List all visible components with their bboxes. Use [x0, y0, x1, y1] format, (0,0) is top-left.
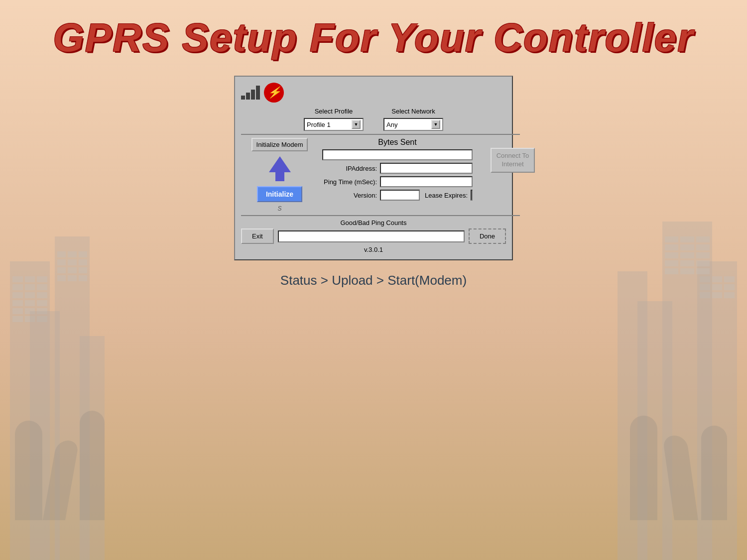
select-area: Select Profile Profile 1 ▼ Select Networ…: [241, 108, 506, 131]
lightning-badge: ⚡: [264, 83, 284, 103]
version-display: v.3.0.1: [241, 246, 506, 253]
signal-bar-2: [246, 93, 250, 100]
signal-bar-1: [241, 96, 245, 100]
initialize-modem-button[interactable]: Initialize Modem: [251, 138, 308, 151]
separator-1: [241, 134, 520, 135]
exit-button[interactable]: Exit: [241, 228, 274, 244]
ip-address-input[interactable]: [380, 163, 473, 174]
network-value: Any: [386, 121, 429, 128]
version-input[interactable]: [380, 190, 420, 201]
network-dropdown-arrow[interactable]: ▼: [431, 120, 440, 129]
signal-icon: [241, 86, 260, 100]
lease-expires-row: Version: Lease Expires:: [322, 190, 473, 201]
main-content: GPRS Setup For Your Controller ⚡ Select …: [0, 0, 747, 560]
signal-bar-4: [256, 86, 260, 100]
select-profile-label: Select Profile: [304, 108, 364, 115]
bytes-sent-label: Bytes Sent: [322, 138, 473, 147]
ip-address-label: IPAddress:: [322, 165, 377, 172]
ip-address-row: IPAddress:: [322, 163, 473, 174]
profile-dropdown-arrow[interactable]: ▼: [352, 120, 361, 129]
arrow-head: [269, 156, 291, 172]
lease-expires-label: Lease Expires:: [423, 192, 468, 199]
version-label: Version:: [322, 192, 377, 199]
network-select-group: Select Network Any ▼: [383, 108, 443, 131]
initialize-button[interactable]: Initialize: [257, 186, 302, 202]
center-column: Bytes Sent IPAddress: Ping Time (mSec): …: [322, 138, 473, 201]
separator-2: [241, 215, 520, 216]
s-label: S: [277, 205, 281, 212]
ping-time-row: Ping Time (mSec):: [322, 176, 473, 187]
select-network-label: Select Network: [383, 108, 443, 115]
profile-dropdown[interactable]: Profile 1 ▼: [304, 118, 364, 131]
status-text: Status > Upload > Start(Modem): [280, 273, 467, 288]
ping-count-input[interactable]: [278, 230, 465, 242]
done-button[interactable]: Done: [469, 228, 506, 244]
network-dropdown[interactable]: Any ▼: [383, 118, 443, 131]
arrow-shaft: [275, 172, 284, 181]
connect-to-internet-button[interactable]: Connect ToInternet: [491, 148, 535, 173]
right-column: Connect ToInternet: [477, 138, 549, 173]
signal-bar-3: [251, 90, 255, 100]
page-title: GPRS Setup For Your Controller: [53, 15, 694, 61]
good-bad-ping-label: Good/Bad Ping Counts: [241, 219, 506, 226]
arrow-up-icon: [269, 156, 291, 181]
profile-value: Profile 1: [307, 121, 350, 128]
bottom-row: Exit Done: [241, 228, 506, 244]
bytes-sent-input[interactable]: [322, 149, 473, 160]
lease-expires-input[interactable]: [471, 190, 473, 201]
main-grid: Initialize Modem Initialize S Bytes Sent…: [241, 138, 506, 212]
logo-row: ⚡: [241, 83, 506, 103]
ping-time-label: Ping Time (mSec):: [322, 178, 377, 186]
dialog-box: ⚡ Select Profile Profile 1 ▼ Select Netw…: [234, 76, 513, 260]
left-column: Initialize Modem Initialize S: [241, 138, 318, 212]
ping-time-input[interactable]: [380, 176, 473, 187]
profile-select-group: Select Profile Profile 1 ▼: [304, 108, 364, 131]
